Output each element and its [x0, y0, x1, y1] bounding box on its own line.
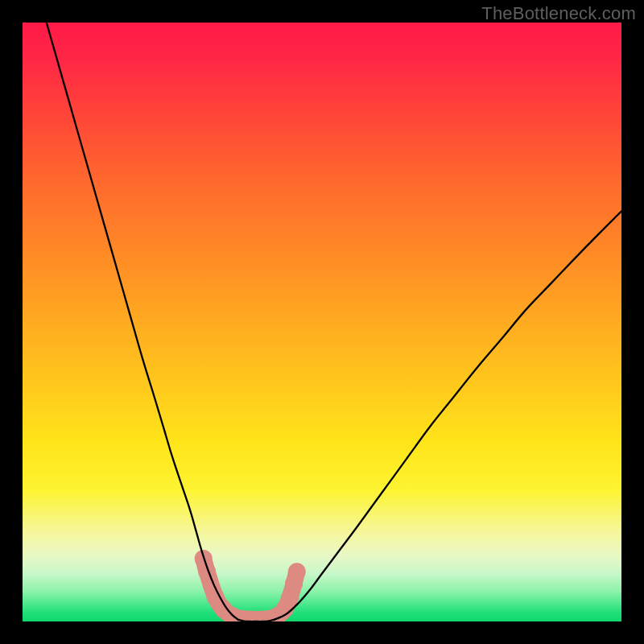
chart-svg: [23, 23, 621, 621]
curve-right-branch: [274, 211, 621, 619]
plot-area: [23, 23, 621, 621]
highlight-markers: [195, 550, 306, 621]
highlight-dot: [288, 563, 306, 580]
curve-left-branch: [47, 23, 238, 620]
watermark-text: TheBottleneck.com: [481, 3, 636, 24]
curve-group: [47, 23, 621, 621]
chart-frame: TheBottleneck.com: [0, 0, 644, 644]
